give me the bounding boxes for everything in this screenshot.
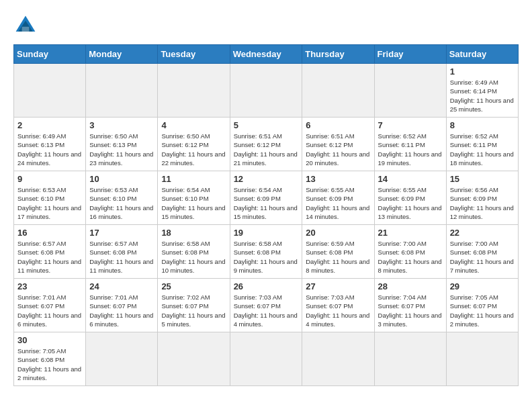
calendar-week-row: 30Sunrise: 7:05 AM Sunset: 6:08 PM Dayli… [14,332,519,386]
calendar-week-row: 16Sunrise: 6:57 AM Sunset: 6:08 PM Dayli… [14,225,519,279]
calendar-cell: 11Sunrise: 6:54 AM Sunset: 6:10 PM Dayli… [158,171,230,225]
calendar-cell [230,64,302,118]
day-number: 23 [17,281,82,291]
calendar-cell: 10Sunrise: 6:53 AM Sunset: 6:10 PM Dayli… [86,171,158,225]
page-header [13,13,519,38]
day-info: Sunrise: 7:05 AM Sunset: 6:07 PM Dayligh… [450,293,515,328]
calendar-cell: 28Sunrise: 7:04 AM Sunset: 6:07 PM Dayli… [374,279,446,332]
day-info: Sunrise: 6:55 AM Sunset: 6:09 PM Dayligh… [306,185,370,221]
day-header-friday: Friday [374,45,446,64]
calendar-cell [302,64,374,118]
calendar-cell [158,64,230,118]
day-number: 5 [234,120,299,130]
day-info: Sunrise: 6:51 AM Sunset: 6:12 PM Dayligh… [306,132,370,167]
day-number: 15 [450,174,515,184]
calendar-cell: 12Sunrise: 6:54 AM Sunset: 6:09 PM Dayli… [230,171,302,225]
day-info: Sunrise: 7:01 AM Sunset: 6:07 PM Dayligh… [17,293,82,328]
day-header-saturday: Saturday [446,45,518,64]
day-number: 8 [450,120,515,130]
day-info: Sunrise: 7:01 AM Sunset: 6:07 PM Dayligh… [89,293,154,328]
day-info: Sunrise: 6:51 AM Sunset: 6:12 PM Dayligh… [234,132,299,167]
calendar-cell: 27Sunrise: 7:03 AM Sunset: 6:07 PM Dayli… [302,279,374,332]
day-header-monday: Monday [86,45,158,64]
calendar-cell [230,332,302,386]
calendar-cell: 2Sunrise: 6:49 AM Sunset: 6:13 PM Daylig… [14,118,86,171]
calendar-cell: 17Sunrise: 6:57 AM Sunset: 6:08 PM Dayli… [86,225,158,279]
calendar-cell: 22Sunrise: 7:00 AM Sunset: 6:08 PM Dayli… [446,225,518,279]
day-info: Sunrise: 6:54 AM Sunset: 6:09 PM Dayligh… [234,185,299,221]
day-number: 1 [450,66,515,77]
day-number: 28 [378,281,443,291]
day-header-sunday: Sunday [14,45,86,64]
day-header-thursday: Thursday [302,45,374,64]
day-info: Sunrise: 7:05 AM Sunset: 6:08 PM Dayligh… [17,347,82,382]
day-number: 26 [234,281,299,291]
day-info: Sunrise: 6:55 AM Sunset: 6:09 PM Dayligh… [378,185,443,221]
calendar-cell [374,64,446,118]
day-info: Sunrise: 6:58 AM Sunset: 6:08 PM Dayligh… [234,239,299,275]
day-number: 20 [306,228,370,238]
calendar-cell: 23Sunrise: 7:01 AM Sunset: 6:07 PM Dayli… [14,279,86,332]
calendar-week-row: 1Sunrise: 6:49 AM Sunset: 6:14 PM Daylig… [14,64,519,118]
day-number: 4 [161,120,226,130]
day-info: Sunrise: 6:50 AM Sunset: 6:13 PM Dayligh… [89,132,154,167]
calendar-cell: 16Sunrise: 6:57 AM Sunset: 6:08 PM Dayli… [14,225,86,279]
day-info: Sunrise: 6:53 AM Sunset: 6:10 PM Dayligh… [89,185,154,221]
calendar: SundayMondayTuesdayWednesdayThursdayFrid… [13,44,519,386]
day-info: Sunrise: 7:03 AM Sunset: 6:07 PM Dayligh… [306,293,370,328]
calendar-cell [302,332,374,386]
day-info: Sunrise: 6:52 AM Sunset: 6:11 PM Dayligh… [450,132,515,167]
day-info: Sunrise: 6:57 AM Sunset: 6:08 PM Dayligh… [17,239,82,275]
day-info: Sunrise: 6:50 AM Sunset: 6:12 PM Dayligh… [161,132,226,167]
calendar-cell: 30Sunrise: 7:05 AM Sunset: 6:08 PM Dayli… [14,332,86,386]
day-number: 19 [234,228,299,238]
calendar-cell: 18Sunrise: 6:58 AM Sunset: 6:08 PM Dayli… [158,225,230,279]
calendar-cell: 3Sunrise: 6:50 AM Sunset: 6:13 PM Daylig… [86,118,158,171]
day-info: Sunrise: 7:03 AM Sunset: 6:07 PM Dayligh… [234,293,299,328]
day-info: Sunrise: 7:00 AM Sunset: 6:08 PM Dayligh… [450,239,515,275]
day-info: Sunrise: 6:54 AM Sunset: 6:10 PM Dayligh… [161,185,226,221]
day-info: Sunrise: 6:52 AM Sunset: 6:11 PM Dayligh… [378,132,443,167]
calendar-cell: 5Sunrise: 6:51 AM Sunset: 6:12 PM Daylig… [230,118,302,171]
day-number: 10 [89,174,154,184]
calendar-cell: 20Sunrise: 6:59 AM Sunset: 6:08 PM Dayli… [302,225,374,279]
day-number: 22 [450,228,515,238]
day-info: Sunrise: 6:49 AM Sunset: 6:14 PM Dayligh… [450,78,515,113]
calendar-header-row: SundayMondayTuesdayWednesdayThursdayFrid… [14,45,519,64]
day-number: 18 [161,228,226,238]
day-number: 9 [17,174,82,184]
day-info: Sunrise: 6:58 AM Sunset: 6:08 PM Dayligh… [161,239,226,275]
day-info: Sunrise: 6:53 AM Sunset: 6:10 PM Dayligh… [17,185,82,221]
calendar-cell: 13Sunrise: 6:55 AM Sunset: 6:09 PM Dayli… [302,171,374,225]
day-header-tuesday: Tuesday [158,45,230,64]
calendar-cell [374,332,446,386]
calendar-cell: 1Sunrise: 6:49 AM Sunset: 6:14 PM Daylig… [446,64,518,118]
day-number: 12 [234,174,299,184]
calendar-cell [86,64,158,118]
calendar-cell: 7Sunrise: 6:52 AM Sunset: 6:11 PM Daylig… [374,118,446,171]
day-info: Sunrise: 6:59 AM Sunset: 6:08 PM Dayligh… [306,239,370,275]
calendar-cell: 8Sunrise: 6:52 AM Sunset: 6:11 PM Daylig… [446,118,518,171]
day-info: Sunrise: 6:57 AM Sunset: 6:08 PM Dayligh… [89,239,154,275]
calendar-cell: 9Sunrise: 6:53 AM Sunset: 6:10 PM Daylig… [14,171,86,225]
day-info: Sunrise: 6:56 AM Sunset: 6:09 PM Dayligh… [450,185,515,221]
calendar-cell: 15Sunrise: 6:56 AM Sunset: 6:09 PM Dayli… [446,171,518,225]
logo [13,13,42,38]
calendar-cell: 19Sunrise: 6:58 AM Sunset: 6:08 PM Dayli… [230,225,302,279]
day-number: 7 [378,120,443,130]
calendar-week-row: 23Sunrise: 7:01 AM Sunset: 6:07 PM Dayli… [14,279,519,332]
calendar-cell: 25Sunrise: 7:02 AM Sunset: 6:07 PM Dayli… [158,279,230,332]
day-number: 2 [17,120,82,130]
calendar-cell: 6Sunrise: 6:51 AM Sunset: 6:12 PM Daylig… [302,118,374,171]
svg-rect-2 [22,27,30,32]
day-info: Sunrise: 7:00 AM Sunset: 6:08 PM Dayligh… [378,239,443,275]
day-number: 13 [306,174,370,184]
day-number: 25 [161,281,226,291]
day-number: 29 [450,281,515,291]
day-number: 17 [89,228,154,238]
day-header-wednesday: Wednesday [230,45,302,64]
calendar-cell [158,332,230,386]
day-number: 24 [89,281,154,291]
calendar-week-row: 9Sunrise: 6:53 AM Sunset: 6:10 PM Daylig… [14,171,519,225]
day-number: 16 [17,228,82,238]
